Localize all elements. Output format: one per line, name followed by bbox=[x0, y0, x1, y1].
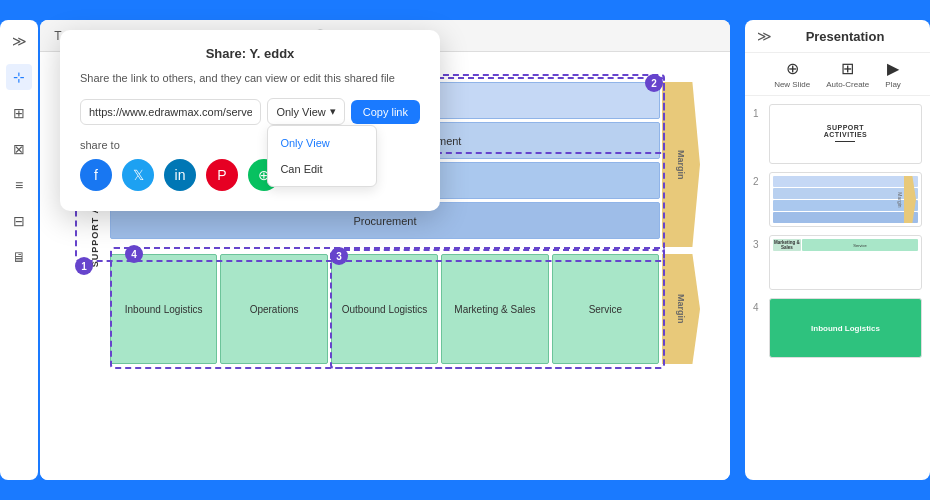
selection-number-2: 2 bbox=[645, 74, 663, 92]
grid-icon[interactable]: ⊞ bbox=[6, 100, 32, 126]
service-cell: Service bbox=[552, 254, 659, 364]
selection-number-4: 4 bbox=[125, 245, 143, 263]
slide-item-3[interactable]: 3 Marketing & Sales Service bbox=[753, 235, 922, 290]
slide-2-margin-label: Margin bbox=[897, 192, 903, 207]
slide-number-3: 3 bbox=[753, 235, 763, 250]
slide-thumb-4: Inbound Logistics bbox=[769, 298, 922, 358]
left-icon-panel: ≫ ⊹ ⊞ ⊠ ≡ ⊟ 🖥 bbox=[0, 20, 38, 480]
facebook-share-button[interactable]: f bbox=[80, 159, 112, 191]
share-description: Share the link to others, and they can v… bbox=[80, 71, 420, 86]
copy-link-button[interactable]: Copy link bbox=[351, 100, 420, 124]
right-panel: ≫ Presentation ⊕ New Slide ⊞ Auto-Create… bbox=[745, 20, 930, 480]
menu-icon[interactable]: ≡ bbox=[6, 172, 32, 198]
view-mode-button[interactable]: Only View ▾ bbox=[267, 98, 344, 125]
dropdown-menu: Only View Can Edit bbox=[267, 125, 377, 187]
slide-4-text: Inbound Logistics bbox=[811, 324, 880, 333]
chevron-down-icon: ▾ bbox=[330, 105, 336, 118]
linkedin-share-button[interactable]: in bbox=[164, 159, 196, 191]
selection-number-1: 1 bbox=[75, 257, 93, 275]
panel-title: Presentation bbox=[772, 29, 918, 44]
slide-2-row-4 bbox=[773, 212, 918, 223]
slide-item-1[interactable]: 1 SUPPORT ACTIVITIES bbox=[753, 104, 922, 164]
can-edit-option[interactable]: Can Edit bbox=[268, 156, 376, 182]
slide-number-4: 4 bbox=[753, 298, 763, 313]
support-margin-label: Margin bbox=[662, 82, 700, 247]
presentation-toolbar: ⊕ New Slide ⊞ Auto-Create ▶ Play bbox=[745, 53, 930, 96]
share-title: Share: Y. eddx bbox=[80, 46, 420, 61]
selection-number-3: 3 bbox=[330, 247, 348, 265]
share-dialog: Share: Y. eddx Share the link to others,… bbox=[60, 30, 440, 211]
slide-3-service: Service bbox=[802, 239, 918, 251]
share-link-row: Only View ▾ Only View Can Edit Copy link bbox=[80, 98, 420, 125]
auto-create-icon: ⊞ bbox=[841, 59, 854, 78]
slide-2-row-1 bbox=[773, 176, 918, 187]
only-view-option[interactable]: Only View bbox=[268, 130, 376, 156]
slide-number-1: 1 bbox=[753, 104, 763, 119]
primary-margin-label: Margin bbox=[662, 254, 700, 364]
panel-header: ≫ Presentation bbox=[745, 20, 930, 53]
expand-icon[interactable]: ≫ bbox=[6, 28, 32, 54]
slide-1-content: SUPPORT ACTIVITIES bbox=[824, 124, 868, 145]
slide-number-2: 2 bbox=[753, 172, 763, 187]
new-slide-btn[interactable]: ⊕ New Slide bbox=[774, 59, 810, 89]
view-dropdown: Only View ▾ Only View Can Edit bbox=[267, 98, 344, 125]
slide-thumb-1: SUPPORT ACTIVITIES bbox=[769, 104, 922, 164]
play-icon: ▶ bbox=[887, 59, 899, 78]
slide-thumb-3: Marketing & Sales Service bbox=[769, 235, 922, 290]
twitter-share-button[interactable]: 𝕏 bbox=[122, 159, 154, 191]
slide-item-4[interactable]: 4 Inbound Logistics bbox=[753, 298, 922, 358]
inbound-logistics-cell: Inbound Logistics bbox=[110, 254, 217, 364]
slide-1-divider bbox=[835, 141, 855, 142]
cursor-icon[interactable]: ⊹ bbox=[6, 64, 32, 90]
slides-list: 1 SUPPORT ACTIVITIES 2 Margin bbox=[745, 96, 930, 480]
share-url-input[interactable] bbox=[80, 99, 261, 125]
shape-icon[interactable]: ⊠ bbox=[6, 136, 32, 162]
panel-icon[interactable]: ⊟ bbox=[6, 208, 32, 234]
slide-thumb-2: Margin bbox=[769, 172, 922, 227]
play-btn[interactable]: ▶ Play bbox=[885, 59, 901, 89]
pinterest-share-button[interactable]: P bbox=[206, 159, 238, 191]
new-slide-icon: ⊕ bbox=[786, 59, 799, 78]
primary-activities-row: Inbound Logistics Operations Outbound Lo… bbox=[110, 254, 700, 364]
auto-create-btn[interactable]: ⊞ Auto-Create bbox=[826, 59, 869, 89]
slide-item-2[interactable]: 2 Margin bbox=[753, 172, 922, 227]
screen-icon[interactable]: 🖥 bbox=[6, 244, 32, 270]
outbound-logistics-cell: Outbound Logistics bbox=[331, 254, 438, 364]
panel-expand-icon[interactable]: ≫ bbox=[757, 28, 772, 44]
operations-cell: Operations bbox=[220, 254, 327, 364]
slide-3-marketing: Marketing & Sales bbox=[773, 239, 801, 251]
slide-3-cells: Marketing & Sales Service bbox=[773, 239, 918, 251]
marketing-sales-cell: Marketing & Sales bbox=[441, 254, 548, 364]
